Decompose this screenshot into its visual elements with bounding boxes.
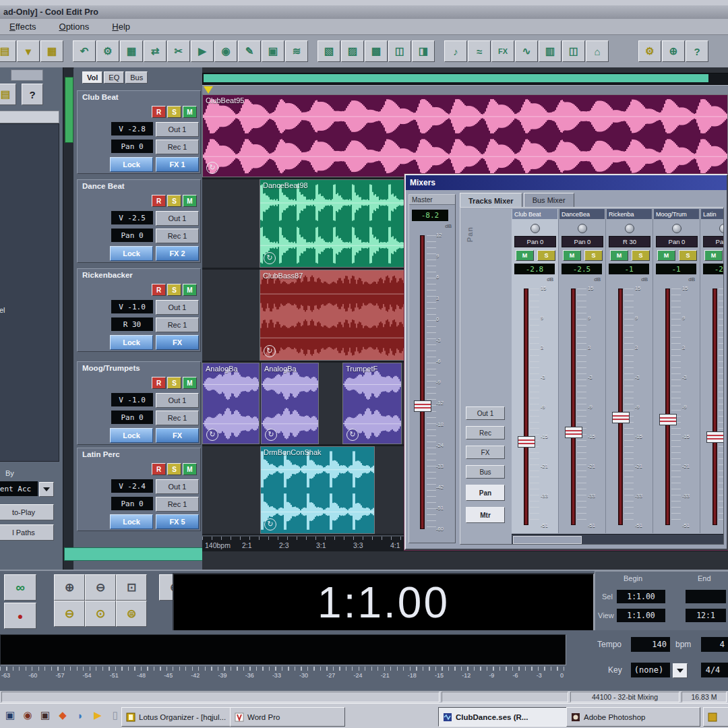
bus-properties-icon[interactable]: ◫ <box>562 40 585 62</box>
desktop-icon[interactable]: ▣ <box>3 707 18 723</box>
zoom-in-icon[interactable]: ⊕ <box>54 574 85 601</box>
strip-solo-button[interactable]: S <box>679 250 697 261</box>
playhead-marker-icon[interactable] <box>204 86 213 94</box>
sort-preset-field[interactable]: ent Acc <box>0 481 38 496</box>
cut-icon[interactable]: ✂ <box>167 40 190 62</box>
record-arm-button[interactable]: R <box>152 195 166 207</box>
view-end-field[interactable]: 12:1 <box>686 609 726 622</box>
bus-toggle-button[interactable]: Bus <box>466 465 505 479</box>
taskbar-button-lotus-organizer[interactable]: Lotus Organizer - [hqjul... <box>121 707 237 727</box>
strip-fader-track[interactable] <box>571 289 576 525</box>
pan-knob[interactable] <box>578 224 587 233</box>
fx-button[interactable]: FX <box>156 335 199 350</box>
tab-eq[interactable]: EQ <box>104 71 124 84</box>
audio-clip-drmbonconshak[interactable]: DrmBonConShak ↻ <box>260 446 375 534</box>
properties-icon[interactable]: ▣ <box>262 40 284 62</box>
volume-field[interactable]: V -2.5 <box>111 211 153 224</box>
convert-sample-icon[interactable]: ⇄ <box>144 40 166 62</box>
record-device-button[interactable]: Rec 1 <box>156 411 199 425</box>
mute-button[interactable]: M <box>183 284 197 296</box>
strip-fader[interactable]: 1593-3-9-15-21-33-51 <box>512 284 559 529</box>
loop-mode-button[interactable]: ∞ <box>4 574 36 601</box>
channel-strip-rickenbacker[interactable]: Rickenba R 30 MS -1 dB 1593-3-9-15-21-33… <box>606 209 653 533</box>
mixers-window[interactable]: Mixers Master -8.2 dB 129630-3-6-9-12-18… <box>404 174 728 550</box>
channel-strip-club-beat[interactable]: Club Beat Pan 0 MS -2.8 dB 1593-3-9-15-2… <box>512 209 559 533</box>
open-file-icon[interactable]: ▤ <box>0 40 16 62</box>
track-lane-club-beat[interactable]: ClubBeat95 ↻ <box>202 94 728 179</box>
beats-per-bar-field[interactable]: 4 <box>701 637 728 652</box>
fx-button[interactable]: FX 1 <box>156 157 199 172</box>
pan-field[interactable]: Pan 0 <box>111 229 153 242</box>
sel-begin-field[interactable]: 1:1.00 <box>617 590 665 603</box>
mute-button[interactable]: M <box>183 463 197 475</box>
taskbar-button-clubdance-session[interactable]: ClubDance.ses (R... <box>438 707 572 727</box>
strip-fader-handle[interactable] <box>612 412 630 423</box>
level-meter[interactable] <box>0 634 566 665</box>
strip-fader-handle[interactable] <box>565 427 582 438</box>
organizer-help-button[interactable]: ? <box>22 84 43 105</box>
output-button[interactable]: Out 1 <box>156 211 199 226</box>
play-list-icon[interactable]: ◨ <box>412 40 435 62</box>
track-name[interactable]: Latin Perc <box>82 450 120 458</box>
taskbar-button-adobe-photoshop[interactable]: Adobe Photoshop <box>566 707 700 727</box>
lock-button[interactable]: Lock <box>110 428 153 443</box>
record-button[interactable]: ● <box>4 603 36 629</box>
play-icon[interactable]: ▶ <box>191 40 214 62</box>
output-button[interactable]: Out 1 <box>156 122 199 137</box>
fx-toggle-button[interactable]: FX <box>466 446 505 459</box>
winamp-icon[interactable]: ◆ <box>55 707 70 723</box>
zoom-out-icon[interactable]: ⊖ <box>85 574 116 601</box>
file-list[interactable]: el <box>0 123 59 462</box>
volume-field[interactable]: V -1.0 <box>111 300 153 313</box>
strip-pan-field[interactable]: Pan 0 <box>656 236 698 247</box>
tempo-field[interactable]: 140 <box>631 637 670 652</box>
record-toggle-button[interactable]: Rec <box>466 426 505 439</box>
fx-button[interactable]: FX <box>156 428 199 443</box>
lock-button[interactable]: Lock <box>110 514 153 529</box>
loop-duplicate-icon[interactable]: ♪ <box>444 40 467 62</box>
track-name[interactable]: Rickenbacker <box>82 271 133 279</box>
sort-preset-dropdown-button[interactable] <box>39 482 54 497</box>
waveform-view-icon[interactable]: ▨ <box>341 40 364 62</box>
audio-clip-clubbeat95[interactable]: ClubBeat95 ↻ <box>202 94 728 177</box>
zoom-out-vertical-icon[interactable]: ⊖ <box>54 601 85 627</box>
fx-button[interactable]: FX 5 <box>156 514 199 529</box>
view-begin-field[interactable]: 1:1.00 <box>617 609 665 622</box>
strip-fader-handle[interactable] <box>659 414 677 425</box>
multitrack-view-icon[interactable]: ▩ <box>365 40 388 62</box>
quicklaunch-app2-icon[interactable]: ▣ <box>38 707 53 723</box>
record-device-button[interactable]: Rec 1 <box>156 229 199 243</box>
audio-clip-analog-2[interactable]: AnalogBa ↻ <box>261 363 319 444</box>
title-bar[interactable]: ad-Only] - Cool Edit Pro <box>0 5 728 19</box>
record-arm-button[interactable]: R <box>152 106 166 118</box>
taskbar-button-partial[interactable] <box>703 707 728 727</box>
mixer-scrollbar[interactable] <box>512 534 723 544</box>
pan-knob[interactable] <box>672 224 681 233</box>
zoom-to-edge-icon[interactable]: ⊜ <box>116 601 147 627</box>
vertical-scrollbar[interactable] <box>63 67 73 570</box>
audio-clip-analog-1[interactable]: AnalogBa ↻ <box>202 363 260 444</box>
record-arm-button[interactable]: R <box>152 284 166 296</box>
strip-fader[interactable]: 1593-3-9-15-21-33-51 <box>606 284 653 529</box>
pan-knob[interactable] <box>625 224 634 233</box>
strip-fader-handle[interactable] <box>706 431 723 443</box>
quicklaunch-app1-icon[interactable]: ◉ <box>20 707 35 723</box>
waveform-icon[interactable]: ≋ <box>285 40 308 62</box>
file-info-icon[interactable]: ▦ <box>40 40 63 62</box>
strip-fader-track[interactable] <box>665 289 670 525</box>
mixer-icon[interactable]: ▥ <box>539 40 562 62</box>
master-fader-track[interactable] <box>420 235 425 529</box>
lock-button[interactable]: Lock <box>110 157 153 172</box>
channel-strip-dance-beat[interactable]: DanceBea Pan 0 MS -2.5 dB 1593-3-9-15-21… <box>559 209 606 533</box>
solo-button[interactable]: S <box>167 377 181 389</box>
strip-fader[interactable]: 1593-3-9-15-21-33-51 <box>700 284 723 529</box>
strip-fader[interactable]: 1593-3-9-15-21-33-51 <box>559 284 606 529</box>
tab-bus-mixer[interactable]: Bus Mixer <box>524 193 574 208</box>
edit-icon[interactable]: ✎ <box>238 40 261 62</box>
channel-strip-latin-perc[interactable]: Latin Pan 0 MS -2.4 dB 1593-3-9-15-21-33… <box>700 209 723 533</box>
record-arm-button[interactable]: R <box>152 377 166 389</box>
solo-button[interactable]: S <box>167 106 181 118</box>
zoom-tool-icon[interactable]: ⊕ <box>662 40 685 62</box>
key-dropdown-button[interactable] <box>673 663 688 678</box>
meters-section-button[interactable]: Mtr <box>466 507 505 523</box>
